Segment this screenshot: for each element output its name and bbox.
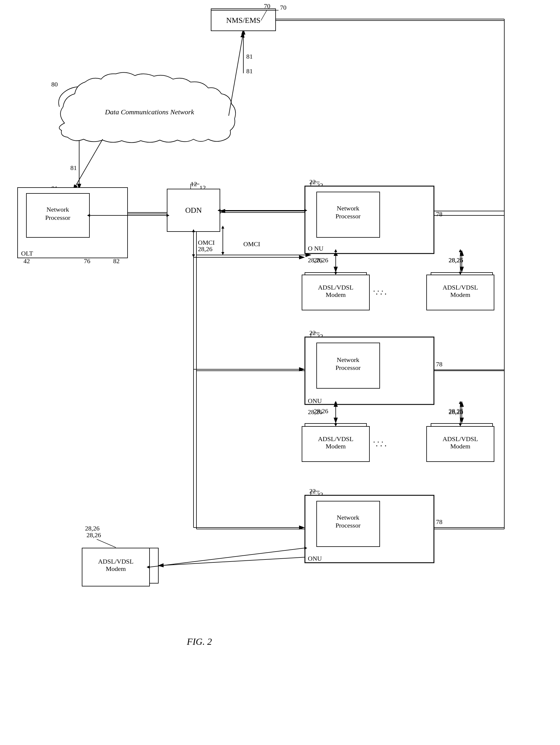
svg-text:28,26: 28,26 — [448, 256, 463, 264]
svg-text:22: 22 — [309, 487, 316, 495]
svg-text:80: 80 — [51, 80, 58, 88]
svg-text:28,26: 28,26 — [87, 531, 101, 539]
svg-marker-89 — [221, 226, 224, 229]
svg-text:70: 70 — [264, 2, 270, 10]
svg-text:Modem: Modem — [450, 291, 470, 298]
svg-text:ONU: ONU — [308, 555, 322, 562]
svg-text:ONU: ONU — [308, 397, 322, 404]
svg-text:12: 12 — [199, 184, 206, 191]
svg-marker-183 — [459, 401, 462, 404]
svg-text:22: 22 — [317, 491, 323, 498]
svg-text:Modem: Modem — [106, 565, 126, 572]
svg-marker-133 — [192, 254, 195, 257]
svg-text:ADSL/VDSL: ADSL/VDSL — [444, 432, 479, 440]
svg-marker-181 — [334, 423, 337, 426]
svg-marker-152 — [334, 272, 337, 275]
svg-rect-19 — [173, 193, 220, 229]
svg-rect-23 — [311, 189, 428, 251]
svg-point-100 — [189, 91, 221, 117]
svg-marker-86 — [310, 211, 313, 214]
svg-text:. . .: . . . — [376, 439, 387, 448]
svg-marker-154 — [459, 249, 462, 252]
svg-line-72 — [158, 557, 311, 565]
svg-rect-115 — [18, 188, 128, 258]
svg-text:28,26: 28,26 — [308, 256, 322, 264]
svg-rect-106 — [211, 10, 276, 31]
svg-text:78: 78 — [428, 356, 435, 363]
svg-text:28,26: 28,26 — [448, 408, 463, 415]
svg-text:82: 82 — [105, 249, 112, 256]
svg-text:12: 12 — [191, 180, 197, 188]
svg-text:Network: Network — [337, 514, 360, 521]
svg-text:Processor: Processor — [339, 213, 365, 220]
svg-rect-34 — [305, 272, 367, 308]
svg-text:82: 82 — [113, 257, 120, 265]
svg-rect-62 — [322, 504, 381, 542]
svg-text:42: 42 — [24, 257, 30, 265]
svg-marker-84 — [119, 211, 122, 214]
svg-point-97 — [120, 86, 161, 116]
svg-text:Modem: Modem — [326, 440, 346, 447]
svg-text:Modem: Modem — [452, 289, 472, 296]
svg-rect-168 — [305, 337, 434, 404]
svg-text:Modem: Modem — [326, 289, 346, 296]
svg-marker-180 — [334, 401, 337, 404]
svg-rect-44 — [322, 346, 381, 384]
svg-text:Modem: Modem — [452, 440, 472, 447]
svg-text:ODN: ODN — [185, 206, 202, 215]
svg-marker-147 — [304, 209, 307, 212]
svg-text:ADSL/VDSL: ADSL/VDSL — [442, 284, 478, 291]
svg-marker-130 — [166, 214, 169, 217]
svg-text:NMS/EMS: NMS/EMS — [226, 16, 260, 25]
svg-marker-151 — [334, 249, 337, 252]
svg-text:22: 22 — [317, 333, 323, 340]
svg-text:78: 78 — [436, 210, 442, 218]
svg-text:ADSL/VDSL: ADSL/VDSL — [444, 281, 479, 289]
svg-text:Network: Network — [337, 204, 360, 212]
svg-marker-208 — [304, 547, 307, 550]
svg-text:81: 81 — [246, 67, 253, 75]
svg-rect-11 — [22, 189, 122, 248]
svg-rect-123 — [167, 189, 220, 231]
svg-text:28,26: 28,26 — [448, 408, 463, 416]
svg-text:81: 81 — [246, 53, 253, 60]
svg-text:Network: Network — [341, 514, 363, 522]
connection-lines: NMS/EMS 70 81 80 Network Processor Netwo… — [0, 0, 560, 745]
svg-text:28,26: 28,26 — [314, 408, 329, 415]
svg-text:ONU: ONU — [314, 552, 328, 560]
svg-text:ADSL/VDSL: ADSL/VDSL — [318, 435, 353, 443]
svg-text:Modem: Modem — [450, 443, 470, 450]
svg-text:Processor: Processor — [335, 364, 361, 371]
svg-point-98 — [148, 89, 186, 117]
svg-line-205 — [97, 539, 116, 547]
svg-text:NMS/EMS: NMS/EMS — [227, 16, 259, 24]
svg-rect-169 — [317, 343, 380, 388]
svg-rect-136 — [305, 186, 434, 254]
svg-rect-137 — [317, 192, 380, 237]
svg-text:Processor: Processor — [339, 363, 365, 371]
svg-line-109 — [261, 10, 267, 21]
svg-text:28,26: 28,26 — [85, 525, 100, 532]
svg-text:Network: Network — [46, 204, 69, 211]
svg-text:Modem: Modem — [118, 564, 137, 572]
svg-text:Network: Network — [341, 205, 363, 213]
svg-text:78: 78 — [428, 205, 435, 213]
svg-text:FIG. 2: FIG. 2 — [186, 636, 212, 647]
svg-text:76: 76 — [82, 249, 89, 256]
svg-text:Data Communications Network: Data Communications Network — [105, 108, 194, 116]
svg-text:OMCI: OMCI — [243, 240, 260, 248]
svg-text:28,26: 28,26 — [448, 256, 463, 264]
svg-text:28,26: 28,26 — [198, 245, 213, 253]
svg-rect-52 — [305, 423, 367, 459]
svg-text:O NU: O NU — [308, 245, 323, 252]
svg-text:ADSL/VDSL: ADSL/VDSL — [110, 557, 145, 564]
svg-line-206 — [150, 548, 304, 567]
svg-rect-193 — [317, 501, 380, 547]
svg-text:78: 78 — [436, 518, 442, 525]
svg-text:22: 22 — [309, 329, 316, 336]
svg-rect-61 — [311, 498, 428, 560]
svg-rect-116 — [26, 193, 89, 237]
svg-marker-90 — [221, 252, 224, 255]
svg-text:42: 42 — [25, 249, 31, 256]
svg-text:Network: Network — [46, 204, 69, 211]
